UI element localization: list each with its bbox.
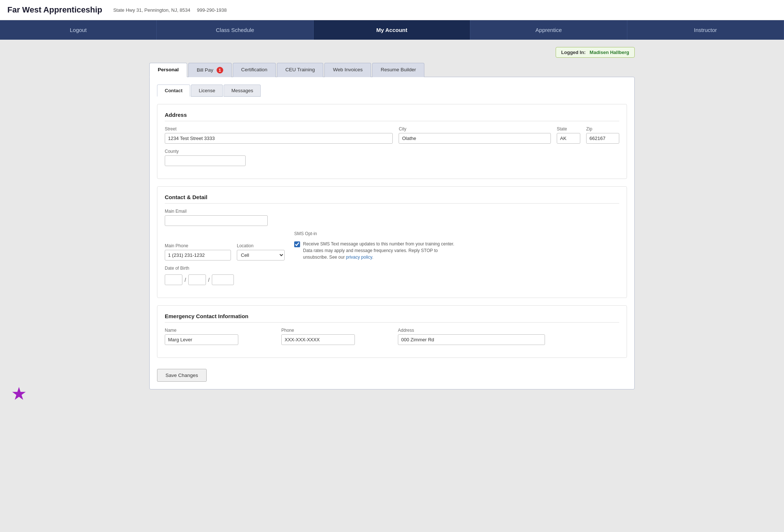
phone-row: Main Phone Location Cell Home Work Other… — [165, 231, 619, 260]
bill-pay-badge: 1 — [217, 67, 223, 73]
sub-tabs: Contact License Messages — [157, 85, 627, 97]
email-row: Main Email — [165, 209, 619, 226]
logged-in-label: Logged In: — [561, 50, 585, 55]
nav-instructor[interactable]: Instructor — [627, 20, 784, 40]
app-title: Far West Apprenticeship — [7, 5, 102, 15]
tab-certification[interactable]: Certification — [233, 63, 276, 77]
city-label: City — [399, 126, 551, 132]
nav-my-account[interactable]: My Account — [314, 20, 470, 40]
tab-bill-pay[interactable]: Bill Pay 1 — [188, 63, 232, 77]
emergency-address-input[interactable] — [398, 334, 545, 345]
emergency-phone-label: Phone — [281, 328, 392, 333]
zip-label: Zip — [586, 126, 619, 132]
dob-label: Date of Birth — [165, 266, 234, 271]
email-group: Main Email — [165, 209, 268, 226]
address-row-1: Street City State Zip — [165, 126, 619, 144]
zip-input[interactable] — [586, 133, 619, 144]
dob-inputs: / / — [165, 274, 234, 285]
emergency-section-title: Emergency Contact Information — [165, 313, 619, 323]
save-button[interactable]: Save Changes — [157, 369, 207, 382]
star-decoration: ★ — [11, 383, 27, 397]
address-section-title: Address — [165, 112, 619, 121]
phone-input[interactable] — [165, 250, 231, 260]
address-section: Address Street City State Zip — [157, 104, 627, 179]
logged-in-bar: Logged In: Madisen Hallberg — [149, 47, 635, 58]
sms-section: Receive SMS Text message updates to this… — [294, 241, 457, 260]
nav-class-schedule[interactable]: Class Schedule — [157, 20, 313, 40]
tab-resume-builder[interactable]: Resume Builder — [372, 63, 424, 77]
content-area: Contact License Messages Address Street … — [149, 77, 635, 389]
contact-detail-section: Contact & Detail Main Email Main Phone L… — [157, 186, 627, 298]
main-tabs: Personal Bill Pay 1 Certification CEU Tr… — [149, 63, 635, 77]
dob-row: Date of Birth / / — [165, 266, 619, 285]
dob-month-input[interactable] — [165, 274, 182, 285]
emergency-contact-section: Emergency Contact Information Name Phone… — [157, 305, 627, 358]
address-row-2: County — [165, 149, 619, 166]
location-group: Location Cell Home Work Other — [237, 243, 288, 260]
emergency-phone-input[interactable] — [281, 334, 355, 345]
state-input[interactable] — [557, 133, 580, 144]
phone-group: Main Phone — [165, 243, 231, 260]
emergency-phone-group: Phone — [281, 328, 392, 345]
main-nav: Logout Class Schedule My Account Apprent… — [0, 20, 784, 40]
tab-web-invoices[interactable]: Web Invoices — [324, 63, 371, 77]
dob-year-input[interactable] — [212, 274, 234, 285]
tab-personal[interactable]: Personal — [149, 63, 187, 77]
emergency-row: Name Phone Address — [165, 328, 619, 345]
city-group: City — [399, 126, 551, 144]
logged-in-username: Madisen Hallberg — [589, 50, 629, 55]
subtab-license[interactable]: License — [191, 85, 223, 97]
zip-group: Zip — [586, 126, 619, 144]
county-input[interactable] — [165, 155, 246, 166]
dob-sep-2: / — [208, 277, 210, 283]
street-group: Street — [165, 126, 393, 144]
header-address: State Hwy 31, Pennington, NJ, 8534 999-2… — [113, 7, 227, 13]
emergency-name-label: Name — [165, 328, 275, 333]
email-label: Main Email — [165, 209, 268, 214]
dob-sep-1: / — [185, 277, 186, 283]
dob-group: Date of Birth / / — [165, 266, 234, 285]
nav-logout[interactable]: Logout — [0, 20, 157, 40]
street-label: Street — [165, 126, 393, 132]
city-input[interactable] — [399, 133, 551, 144]
emergency-name-group: Name — [165, 328, 275, 345]
tab-ceu-training[interactable]: CEU Training — [277, 63, 323, 77]
logged-in-badge: Logged In: Madisen Hallberg — [556, 47, 635, 58]
email-input[interactable] — [165, 215, 268, 226]
nav-apprentice[interactable]: Apprentice — [470, 20, 627, 40]
privacy-policy-link[interactable]: privacy policy — [346, 255, 372, 260]
state-label: State — [557, 126, 580, 132]
subtab-contact[interactable]: Contact — [157, 85, 190, 97]
sms-group: SMS Opt-in Receive SMS Text message upda… — [294, 231, 457, 260]
location-select[interactable]: Cell Home Work Other — [237, 250, 285, 260]
dob-day-input[interactable] — [188, 274, 206, 285]
sms-checkbox[interactable] — [294, 241, 300, 247]
county-group: County — [165, 149, 246, 166]
subtab-messages[interactable]: Messages — [224, 85, 261, 97]
emergency-address-label: Address — [398, 328, 619, 333]
sms-text: Receive SMS Text message updates to this… — [303, 241, 457, 260]
state-group: State — [557, 126, 580, 144]
page-container: Logged In: Madisen Hallberg Personal Bil… — [138, 40, 646, 397]
emergency-name-input[interactable] — [165, 334, 238, 345]
county-label: County — [165, 149, 246, 154]
phone-label: Main Phone — [165, 243, 231, 248]
contact-detail-title: Contact & Detail — [165, 194, 619, 204]
location-label: Location — [237, 243, 288, 248]
sms-label: SMS Opt-in — [294, 231, 457, 236]
street-input[interactable] — [165, 133, 393, 144]
emergency-address-group: Address — [398, 328, 619, 345]
page-header: Far West Apprenticeship State Hwy 31, Pe… — [0, 0, 784, 20]
